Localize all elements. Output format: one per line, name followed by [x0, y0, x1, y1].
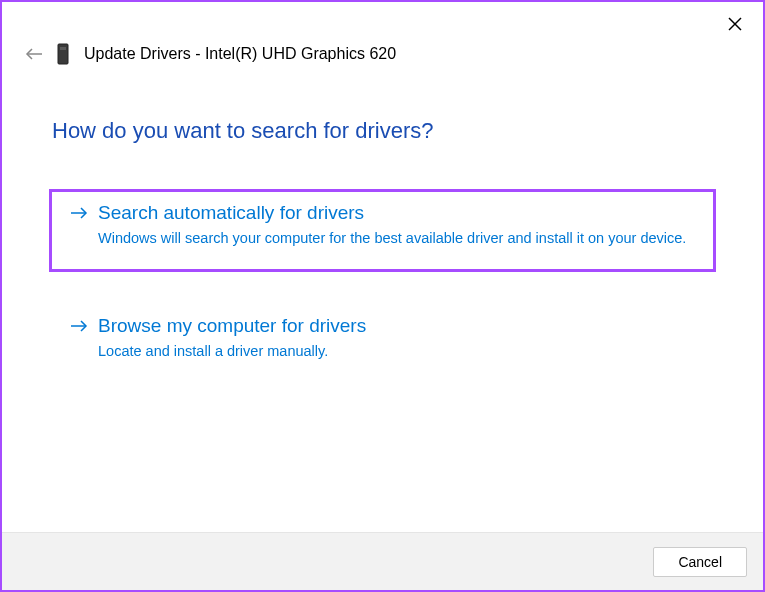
option-description: Locate and install a driver manually. [98, 341, 695, 362]
option-description: Windows will search your computer for th… [98, 228, 695, 249]
svg-rect-4 [60, 47, 66, 50]
option-text: Search automatically for drivers Windows… [98, 202, 695, 249]
arrow-right-icon [70, 206, 88, 220]
page-heading: How do you want to search for drivers? [52, 118, 713, 144]
back-button[interactable] [24, 44, 44, 64]
option-title: Browse my computer for drivers [98, 315, 695, 337]
option-title: Search automatically for drivers [98, 202, 695, 224]
window-title: Update Drivers - Intel(R) UHD Graphics 6… [84, 45, 396, 63]
header: Update Drivers - Intel(R) UHD Graphics 6… [2, 2, 763, 68]
device-icon [54, 40, 72, 68]
content-area: How do you want to search for drivers? S… [2, 68, 763, 382]
close-button[interactable] [725, 14, 745, 34]
close-icon [728, 17, 742, 31]
arrow-left-icon [25, 47, 43, 61]
option-text: Browse my computer for drivers Locate an… [98, 315, 695, 362]
cancel-button[interactable]: Cancel [653, 547, 747, 577]
footer: Cancel [2, 532, 763, 590]
option-search-automatically[interactable]: Search automatically for drivers Windows… [52, 192, 713, 269]
option-browse-computer[interactable]: Browse my computer for drivers Locate an… [52, 305, 713, 382]
arrow-right-icon [70, 319, 88, 333]
